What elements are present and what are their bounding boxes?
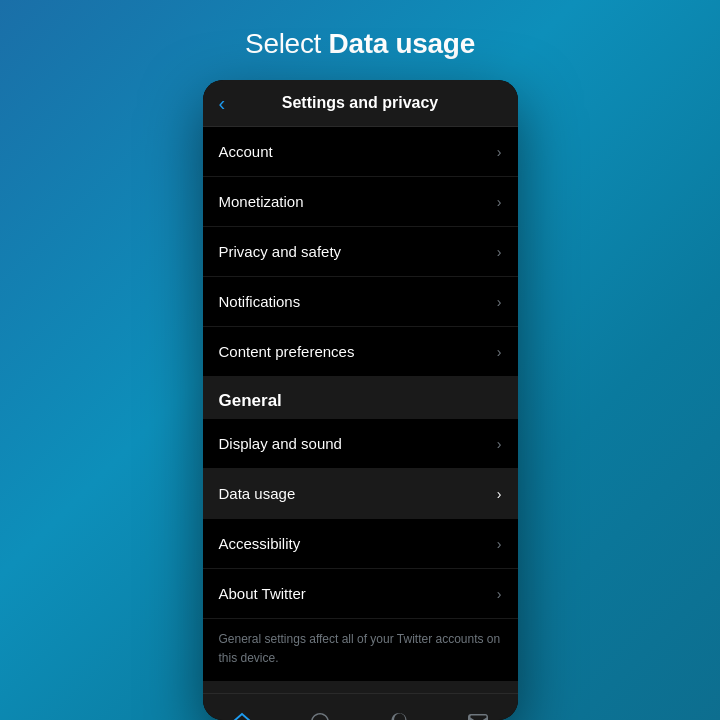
settings-item-about-twitter[interactable]: About Twitter › [203, 569, 518, 619]
data-usage-chevron: › [497, 486, 502, 502]
phone-container: ‹ Settings and privacy Account › Monetiz… [203, 80, 518, 720]
section-general: General Display and sound › Data usage ›… [203, 377, 518, 681]
privacy-safety-chevron: › [497, 244, 502, 260]
back-button[interactable]: ‹ [219, 92, 226, 115]
monetization-label: Monetization [219, 193, 304, 210]
footer-note-text: General settings affect all of your Twit… [219, 632, 501, 665]
accessibility-chevron: › [497, 536, 502, 552]
settings-item-monetization[interactable]: Monetization › [203, 177, 518, 227]
home-icon [230, 711, 254, 720]
account-label: Account [219, 143, 273, 160]
about-twitter-label: About Twitter [219, 585, 306, 602]
section-header-general-text: General [219, 391, 282, 410]
nav-item-notifications[interactable] [377, 706, 421, 720]
settings-item-account[interactable]: Account › [203, 127, 518, 177]
settings-item-display-sound[interactable]: Display and sound › [203, 419, 518, 469]
section-header-general: General [203, 377, 518, 419]
settings-item-content-preferences[interactable]: Content preferences › [203, 327, 518, 377]
settings-list: Account › Monetization › Privacy and saf… [203, 127, 518, 693]
settings-item-data-usage[interactable]: Data usage › [203, 469, 518, 519]
display-sound-chevron: › [497, 436, 502, 452]
bottom-nav [203, 693, 518, 720]
settings-item-privacy-safety[interactable]: Privacy and safety › [203, 227, 518, 277]
content-preferences-chevron: › [497, 344, 502, 360]
spacer [203, 681, 518, 693]
accessibility-label: Accessibility [219, 535, 301, 552]
screen-title: Settings and privacy [282, 94, 439, 112]
nav-item-home[interactable] [220, 706, 264, 720]
settings-item-accessibility[interactable]: Accessibility › [203, 519, 518, 569]
nav-item-search[interactable] [299, 706, 343, 720]
section-account: Account › Monetization › Privacy and saf… [203, 127, 518, 377]
settings-item-notifications[interactable]: Notifications › [203, 277, 518, 327]
instruction-title: Select Data usage [245, 28, 475, 60]
notifications-label: Notifications [219, 293, 301, 310]
bell-icon [387, 711, 411, 720]
display-sound-label: Display and sound [219, 435, 342, 452]
about-twitter-chevron: › [497, 586, 502, 602]
screen-header: ‹ Settings and privacy [203, 80, 518, 127]
privacy-safety-label: Privacy and safety [219, 243, 342, 260]
footer-note-container: General settings affect all of your Twit… [203, 619, 518, 681]
search-icon [309, 711, 333, 720]
data-usage-label: Data usage [219, 485, 296, 502]
account-chevron: › [497, 144, 502, 160]
notifications-chevron: › [497, 294, 502, 310]
monetization-chevron: › [497, 194, 502, 210]
content-preferences-label: Content preferences [219, 343, 355, 360]
nav-item-messages[interactable] [456, 706, 500, 720]
mail-icon [466, 711, 490, 720]
